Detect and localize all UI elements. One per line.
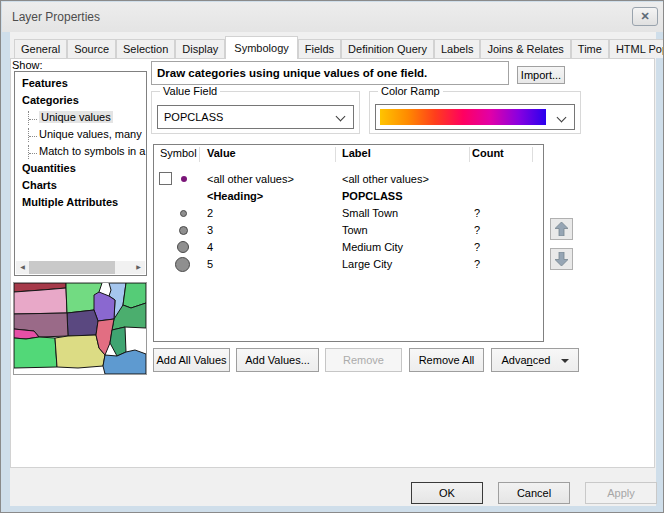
list-row-class-3[interactable]: 3 Town ? — [154, 222, 543, 239]
column-header-label: Label — [342, 147, 371, 159]
move-down-button[interactable] — [550, 248, 573, 270]
cancel-button[interactable]: Cancel — [498, 482, 570, 504]
tab-fields[interactable]: Fields — [298, 39, 341, 58]
title-bar: Layer Properties — [2, 2, 663, 32]
tab-joins-relates[interactable]: Joins & Relates — [480, 39, 570, 58]
tab-strip: General Source Selection Display Symbolo… — [14, 35, 664, 58]
chevron-down-icon — [557, 113, 567, 123]
method-description: Draw categories using unique values of o… — [151, 61, 509, 85]
unique-values-list: Symbol Value Label Count <all other valu… — [153, 144, 544, 342]
tab-symbology[interactable]: Symbology — [225, 36, 297, 59]
column-header-count: Count — [472, 147, 504, 159]
add-values-button[interactable]: Add Values... — [236, 348, 319, 372]
dropdown-caret-icon — [561, 359, 569, 363]
tree-item-match-symbols[interactable]: Match to symbols in a — [15, 143, 146, 160]
up-arrow-icon — [555, 222, 568, 236]
tree-branch-icon — [28, 128, 38, 142]
color-ramp-dropdown[interactable] — [375, 104, 575, 130]
scrollbar-thumb[interactable] — [29, 261, 115, 274]
value-field-dropdown[interactable]: POPCLASS — [157, 105, 354, 129]
list-row-all-other-values[interactable]: <all other values> <all other values> — [154, 171, 543, 188]
class-symbol-icon — [180, 210, 187, 217]
show-label: Show: — [12, 59, 43, 71]
column-divider — [335, 147, 336, 162]
column-header-symbol: Symbol — [160, 147, 197, 159]
window-title: Layer Properties — [12, 2, 100, 32]
map-thumbnail-svg — [14, 283, 146, 374]
tab-time[interactable]: Time — [571, 39, 609, 58]
tab-labels[interactable]: Labels — [434, 39, 480, 58]
tree-horizontal-scrollbar[interactable]: ◀ ▶ — [16, 261, 145, 274]
tree-item-unique-values-many[interactable]: Unique values, many — [15, 126, 146, 143]
tab-general[interactable]: General — [14, 39, 67, 58]
close-icon: ✕ — [640, 10, 649, 22]
down-arrow-icon — [555, 252, 568, 266]
tree-item-charts[interactable]: Charts — [15, 177, 146, 194]
column-divider — [532, 147, 533, 162]
ok-button[interactable]: OK — [411, 482, 483, 504]
list-row-class-5[interactable]: 5 Large City ? — [154, 256, 543, 273]
remove-all-button[interactable]: Remove All — [409, 348, 484, 372]
column-header-value: Value — [207, 147, 236, 159]
show-tree: Features Categories Unique values Unique… — [14, 71, 147, 276]
color-ramp-gradient — [380, 109, 546, 125]
apply-button: Apply — [585, 482, 657, 504]
move-up-button[interactable] — [550, 218, 573, 240]
value-field-label: Value Field — [160, 85, 220, 97]
class-symbol-icon — [179, 226, 188, 235]
all-other-values-symbol-icon — [181, 176, 187, 182]
tab-definition-query[interactable]: Definition Query — [341, 39, 434, 58]
value-field-selected: POPCLASS — [164, 111, 223, 123]
scroll-left-icon[interactable]: ◀ — [16, 261, 29, 274]
tree-item-quantities[interactable]: Quantities — [15, 160, 146, 177]
list-row-class-4[interactable]: 4 Medium City ? — [154, 239, 543, 256]
tree-item-features[interactable]: Features — [15, 75, 146, 92]
tree-item-unique-values[interactable]: Unique values — [15, 109, 146, 126]
tab-html-popup[interactable]: HTML Popup — [609, 39, 664, 58]
tab-source[interactable]: Source — [67, 39, 116, 58]
tree-branch-icon — [28, 111, 38, 125]
list-row-class-2[interactable]: 2 Small Town ? — [154, 205, 543, 222]
column-divider — [199, 147, 200, 162]
tab-selection[interactable]: Selection — [116, 39, 175, 58]
list-row-heading[interactable]: <Heading> POPCLASS — [154, 188, 543, 205]
remove-button: Remove — [325, 348, 402, 372]
close-button[interactable]: ✕ — [632, 7, 658, 26]
tree-item-categories[interactable]: Categories — [15, 92, 146, 109]
chevron-down-icon — [336, 112, 346, 122]
import-button[interactable]: Import... — [517, 66, 565, 84]
tree-branch-icon — [28, 145, 38, 159]
column-divider — [469, 147, 470, 162]
layer-properties-dialog: Layer Properties ✕ General Source Select… — [0, 0, 664, 513]
add-all-values-button[interactable]: Add All Values — [153, 348, 230, 372]
tab-display[interactable]: Display — [175, 39, 225, 58]
advanced-button[interactable]: Advanced — [491, 348, 579, 372]
scroll-right-icon[interactable]: ▶ — [132, 261, 145, 274]
class-symbol-icon — [177, 241, 189, 253]
class-symbol-icon — [175, 257, 190, 272]
color-ramp-label: Color Ramp — [378, 85, 443, 97]
tree-item-multiple-attributes[interactable]: Multiple Attributes — [15, 194, 146, 211]
symbol-preview-map — [13, 282, 147, 375]
all-other-values-checkbox[interactable] — [159, 172, 172, 185]
